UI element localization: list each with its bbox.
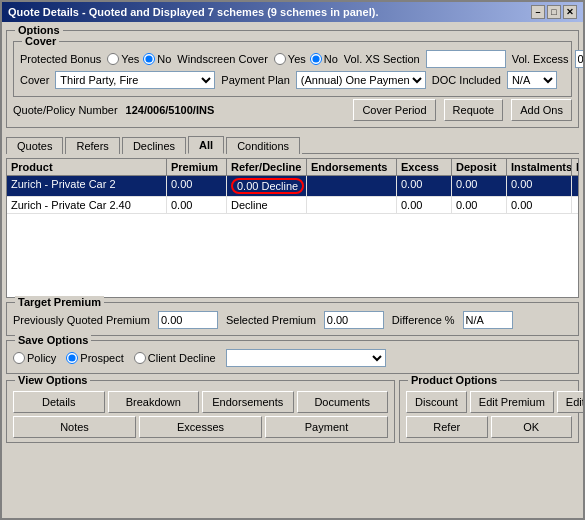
window-content: Options Cover Protected Bonus Yes No bbox=[2, 22, 583, 518]
edit-comm-button[interactable]: Edit Comm bbox=[557, 391, 583, 413]
windscreen-cover-label: Windscreen Cover bbox=[177, 53, 267, 65]
prev-quoted-label: Previously Quoted Premium bbox=[13, 314, 150, 326]
cell-endorsements bbox=[307, 197, 397, 213]
title-bar: Quote Details - Quoted and Displayed 7 s… bbox=[2, 2, 583, 22]
product-options-buttons: Discount Edit Premium Edit Comm Refer OK bbox=[406, 391, 572, 438]
decline-oval: 0.00 Decline bbox=[231, 178, 304, 194]
add-ons-button[interactable]: Add Ons bbox=[511, 99, 572, 121]
prev-quoted-input[interactable] bbox=[158, 311, 218, 329]
col-premium: Premium bbox=[167, 159, 227, 175]
details-button[interactable]: Details bbox=[13, 391, 105, 413]
table-row[interactable]: Zurich - Private Car 2 0.00 0.00 Decline… bbox=[7, 176, 578, 197]
vol-excess-label: Vol. Excess bbox=[512, 53, 569, 65]
tab-all[interactable]: All bbox=[188, 136, 224, 154]
cell-doc bbox=[572, 197, 578, 213]
notes-button[interactable]: Notes bbox=[13, 416, 136, 438]
target-premium-group: Target Premium Previously Quoted Premium… bbox=[6, 302, 579, 336]
options-group: Options Cover Protected Bonus Yes No bbox=[6, 30, 579, 128]
save-prospect-label: Prospect bbox=[80, 352, 123, 364]
payment-plan-label: Payment Plan bbox=[221, 74, 289, 86]
windscreen-radio-group: Yes No bbox=[274, 53, 338, 65]
breakdown-button[interactable]: Breakdown bbox=[108, 391, 200, 413]
cell-deposit: 0.00 bbox=[452, 197, 507, 213]
vol-xs-input[interactable] bbox=[426, 50, 506, 68]
windscreen-yes: Yes bbox=[274, 53, 306, 65]
cover-dropdown[interactable]: Third Party, Fire bbox=[55, 71, 215, 89]
col-instalments: Instalments bbox=[507, 159, 572, 175]
yes2-label: Yes bbox=[288, 53, 306, 65]
col-refer-decline: Refer/Decline bbox=[227, 159, 307, 175]
cover-label: Cover bbox=[20, 74, 49, 86]
save-options-title: Save Options bbox=[15, 334, 91, 346]
save-policy-radio[interactable] bbox=[13, 352, 25, 364]
view-options-panel: View Options Details Breakdown Endorseme… bbox=[6, 380, 395, 443]
cell-excess: 0.00 bbox=[397, 197, 452, 213]
cover-row-1: Protected Bonus Yes No Windscreen Cover bbox=[20, 50, 565, 68]
view-options-title: View Options bbox=[15, 374, 90, 386]
col-deposit: Deposit bbox=[452, 159, 507, 175]
maximize-button[interactable]: □ bbox=[547, 5, 561, 19]
protected-bonus-yes-radio[interactable] bbox=[107, 53, 119, 65]
payment-plan-dropdown[interactable]: (Annual) One Payment In bbox=[296, 71, 426, 89]
quote-policy-label: Quote/Policy Number bbox=[13, 104, 118, 116]
save-prospect-radio[interactable] bbox=[66, 352, 78, 364]
col-product: Product bbox=[7, 159, 167, 175]
ok-button[interactable]: OK bbox=[491, 416, 573, 438]
quote-policy-row: Quote/Policy Number 124/006/5100/INS Cov… bbox=[13, 99, 572, 121]
protected-bonus-label: Protected Bonus bbox=[20, 53, 101, 65]
protected-bonus-no: No bbox=[143, 53, 171, 65]
table-row[interactable]: Zurich - Private Car 2.40 0.00 Decline 0… bbox=[7, 197, 578, 214]
vol-xs-section-label: Vol. XS Section bbox=[344, 53, 420, 65]
col-excess: Excess bbox=[397, 159, 452, 175]
tab-conditions[interactable]: Conditions bbox=[226, 137, 300, 154]
requote-button[interactable]: Requote bbox=[444, 99, 504, 121]
cell-refer-decline: 0.00 Decline bbox=[227, 176, 307, 196]
tab-refers[interactable]: Refers bbox=[65, 137, 119, 154]
refer-button[interactable]: Refer bbox=[406, 416, 488, 438]
edit-premium-button[interactable]: Edit Premium bbox=[470, 391, 554, 413]
doc-dropdown[interactable]: N/A bbox=[507, 71, 557, 89]
tab-declines[interactable]: Declines bbox=[122, 137, 186, 154]
bottom-panels: View Options Details Breakdown Endorseme… bbox=[6, 380, 579, 443]
close-button[interactable]: ✕ bbox=[563, 5, 577, 19]
windscreen-no-radio[interactable] bbox=[310, 53, 322, 65]
cover-group: Cover Protected Bonus Yes No W bbox=[13, 41, 572, 97]
save-client-decline-radio[interactable] bbox=[134, 352, 146, 364]
cell-instalments: 0.00 bbox=[507, 176, 572, 196]
yes-label: Yes bbox=[121, 53, 139, 65]
cell-excess: 0.00 bbox=[397, 176, 452, 196]
difference-label: Difference % bbox=[392, 314, 455, 326]
no-label: No bbox=[157, 53, 171, 65]
excesses-button[interactable]: Excesses bbox=[139, 416, 262, 438]
documents-button[interactable]: Documents bbox=[297, 391, 389, 413]
save-dropdown[interactable] bbox=[226, 349, 386, 367]
cover-period-button[interactable]: Cover Period bbox=[353, 99, 435, 121]
no2-label: No bbox=[324, 53, 338, 65]
table-body: Zurich - Private Car 2 0.00 0.00 Decline… bbox=[7, 176, 578, 297]
save-policy-radio-item: Policy bbox=[13, 352, 56, 364]
main-window: Quote Details - Quoted and Displayed 7 s… bbox=[0, 0, 585, 520]
tab-quotes[interactable]: Quotes bbox=[6, 137, 63, 154]
selected-premium-input[interactable] bbox=[324, 311, 384, 329]
col-endorsements: Endorsements bbox=[307, 159, 397, 175]
cell-deposit: 0.00 bbox=[452, 176, 507, 196]
quote-policy-value: 124/006/5100/INS bbox=[126, 104, 215, 116]
save-options-row: Policy Prospect Client Decline bbox=[13, 349, 572, 367]
payment-button[interactable]: Payment bbox=[265, 416, 388, 438]
difference-input[interactable] bbox=[463, 311, 513, 329]
save-policy-label: Policy bbox=[27, 352, 56, 364]
windscreen-yes-radio[interactable] bbox=[274, 53, 286, 65]
save-prospect-radio-item: Prospect bbox=[66, 352, 123, 364]
view-options-buttons: Details Breakdown Endorsements Documents… bbox=[13, 391, 388, 438]
quotes-table: Product Premium Refer/Decline Endorsemen… bbox=[6, 158, 579, 298]
minimize-button[interactable]: – bbox=[531, 5, 545, 19]
selected-premium-label: Selected Premium bbox=[226, 314, 316, 326]
discount-button[interactable]: Discount bbox=[406, 391, 467, 413]
target-premium-row: Previously Quoted Premium Selected Premi… bbox=[13, 311, 572, 329]
vol-excess-input[interactable] bbox=[575, 50, 583, 68]
windscreen-no: No bbox=[310, 53, 338, 65]
endorsements-button[interactable]: Endorsements bbox=[202, 391, 294, 413]
cell-refer-decline: Decline bbox=[227, 197, 307, 213]
protected-bonus-no-radio[interactable] bbox=[143, 53, 155, 65]
target-premium-title: Target Premium bbox=[15, 296, 104, 308]
